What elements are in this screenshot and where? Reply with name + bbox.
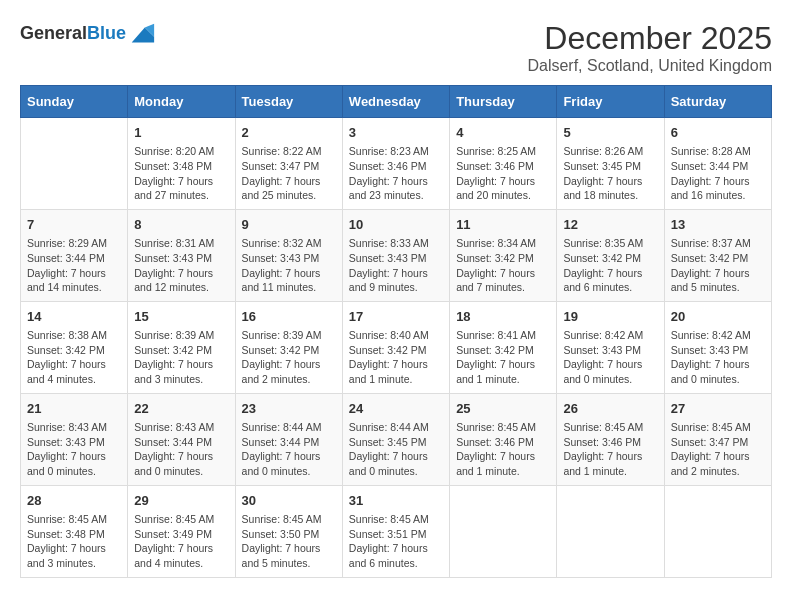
day-info: Sunrise: 8:45 AMSunset: 3:49 PMDaylight:… (134, 512, 228, 571)
day-number: 28 (27, 492, 121, 510)
day-info: Sunrise: 8:31 AMSunset: 3:43 PMDaylight:… (134, 236, 228, 295)
calendar-cell: 2Sunrise: 8:22 AMSunset: 3:47 PMDaylight… (235, 118, 342, 210)
day-info: Sunrise: 8:33 AMSunset: 3:43 PMDaylight:… (349, 236, 443, 295)
day-number: 15 (134, 308, 228, 326)
calendar-cell (664, 485, 771, 577)
day-info: Sunrise: 8:43 AMSunset: 3:44 PMDaylight:… (134, 420, 228, 479)
week-row-2: 7Sunrise: 8:29 AMSunset: 3:44 PMDaylight… (21, 209, 772, 301)
day-number: 31 (349, 492, 443, 510)
day-info: Sunrise: 8:42 AMSunset: 3:43 PMDaylight:… (671, 328, 765, 387)
header-day-tuesday: Tuesday (235, 86, 342, 118)
day-number: 7 (27, 216, 121, 234)
calendar-cell: 10Sunrise: 8:33 AMSunset: 3:43 PMDayligh… (342, 209, 449, 301)
day-info: Sunrise: 8:20 AMSunset: 3:48 PMDaylight:… (134, 144, 228, 203)
calendar-body: 1Sunrise: 8:20 AMSunset: 3:48 PMDaylight… (21, 118, 772, 578)
calendar-cell: 14Sunrise: 8:38 AMSunset: 3:42 PMDayligh… (21, 301, 128, 393)
calendar-cell: 30Sunrise: 8:45 AMSunset: 3:50 PMDayligh… (235, 485, 342, 577)
day-info: Sunrise: 8:32 AMSunset: 3:43 PMDaylight:… (242, 236, 336, 295)
calendar-cell: 20Sunrise: 8:42 AMSunset: 3:43 PMDayligh… (664, 301, 771, 393)
day-info: Sunrise: 8:26 AMSunset: 3:45 PMDaylight:… (563, 144, 657, 203)
calendar-cell: 26Sunrise: 8:45 AMSunset: 3:46 PMDayligh… (557, 393, 664, 485)
title-section: December 2025 Dalserf, Scotland, United … (527, 20, 772, 75)
calendar-cell: 9Sunrise: 8:32 AMSunset: 3:43 PMDaylight… (235, 209, 342, 301)
calendar-cell: 1Sunrise: 8:20 AMSunset: 3:48 PMDaylight… (128, 118, 235, 210)
day-info: Sunrise: 8:23 AMSunset: 3:46 PMDaylight:… (349, 144, 443, 203)
day-info: Sunrise: 8:35 AMSunset: 3:42 PMDaylight:… (563, 236, 657, 295)
logo: GeneralBlue (20, 20, 156, 48)
day-info: Sunrise: 8:42 AMSunset: 3:43 PMDaylight:… (563, 328, 657, 387)
calendar-cell: 28Sunrise: 8:45 AMSunset: 3:48 PMDayligh… (21, 485, 128, 577)
logo-blue-text: Blue (87, 23, 126, 43)
day-info: Sunrise: 8:44 AMSunset: 3:45 PMDaylight:… (349, 420, 443, 479)
calendar-cell: 12Sunrise: 8:35 AMSunset: 3:42 PMDayligh… (557, 209, 664, 301)
day-number: 11 (456, 216, 550, 234)
calendar-cell (21, 118, 128, 210)
day-info: Sunrise: 8:43 AMSunset: 3:43 PMDaylight:… (27, 420, 121, 479)
day-info: Sunrise: 8:45 AMSunset: 3:50 PMDaylight:… (242, 512, 336, 571)
calendar-cell: 23Sunrise: 8:44 AMSunset: 3:44 PMDayligh… (235, 393, 342, 485)
calendar-cell: 11Sunrise: 8:34 AMSunset: 3:42 PMDayligh… (450, 209, 557, 301)
header-row: SundayMondayTuesdayWednesdayThursdayFrid… (21, 86, 772, 118)
day-number: 12 (563, 216, 657, 234)
day-info: Sunrise: 8:28 AMSunset: 3:44 PMDaylight:… (671, 144, 765, 203)
calendar-cell: 29Sunrise: 8:45 AMSunset: 3:49 PMDayligh… (128, 485, 235, 577)
day-info: Sunrise: 8:40 AMSunset: 3:42 PMDaylight:… (349, 328, 443, 387)
calendar-cell: 6Sunrise: 8:28 AMSunset: 3:44 PMDaylight… (664, 118, 771, 210)
day-number: 18 (456, 308, 550, 326)
day-info: Sunrise: 8:45 AMSunset: 3:51 PMDaylight:… (349, 512, 443, 571)
week-row-5: 28Sunrise: 8:45 AMSunset: 3:48 PMDayligh… (21, 485, 772, 577)
day-info: Sunrise: 8:29 AMSunset: 3:44 PMDaylight:… (27, 236, 121, 295)
calendar-cell: 18Sunrise: 8:41 AMSunset: 3:42 PMDayligh… (450, 301, 557, 393)
day-info: Sunrise: 8:22 AMSunset: 3:47 PMDaylight:… (242, 144, 336, 203)
header-day-wednesday: Wednesday (342, 86, 449, 118)
header-day-saturday: Saturday (664, 86, 771, 118)
calendar-cell: 16Sunrise: 8:39 AMSunset: 3:42 PMDayligh… (235, 301, 342, 393)
day-info: Sunrise: 8:39 AMSunset: 3:42 PMDaylight:… (134, 328, 228, 387)
week-row-3: 14Sunrise: 8:38 AMSunset: 3:42 PMDayligh… (21, 301, 772, 393)
day-number: 10 (349, 216, 443, 234)
day-number: 17 (349, 308, 443, 326)
calendar-cell: 4Sunrise: 8:25 AMSunset: 3:46 PMDaylight… (450, 118, 557, 210)
calendar-cell: 21Sunrise: 8:43 AMSunset: 3:43 PMDayligh… (21, 393, 128, 485)
day-number: 8 (134, 216, 228, 234)
calendar-cell: 27Sunrise: 8:45 AMSunset: 3:47 PMDayligh… (664, 393, 771, 485)
day-info: Sunrise: 8:45 AMSunset: 3:48 PMDaylight:… (27, 512, 121, 571)
day-number: 26 (563, 400, 657, 418)
day-number: 29 (134, 492, 228, 510)
day-info: Sunrise: 8:25 AMSunset: 3:46 PMDaylight:… (456, 144, 550, 203)
day-number: 3 (349, 124, 443, 142)
calendar-cell: 24Sunrise: 8:44 AMSunset: 3:45 PMDayligh… (342, 393, 449, 485)
header-day-sunday: Sunday (21, 86, 128, 118)
day-number: 1 (134, 124, 228, 142)
calendar-cell (450, 485, 557, 577)
day-number: 30 (242, 492, 336, 510)
page-header: GeneralBlue December 2025 Dalserf, Scotl… (20, 20, 772, 75)
day-number: 2 (242, 124, 336, 142)
page-title: December 2025 (527, 20, 772, 57)
calendar-cell: 17Sunrise: 8:40 AMSunset: 3:42 PMDayligh… (342, 301, 449, 393)
day-info: Sunrise: 8:37 AMSunset: 3:42 PMDaylight:… (671, 236, 765, 295)
calendar-cell: 13Sunrise: 8:37 AMSunset: 3:42 PMDayligh… (664, 209, 771, 301)
day-info: Sunrise: 8:39 AMSunset: 3:42 PMDaylight:… (242, 328, 336, 387)
calendar-cell: 5Sunrise: 8:26 AMSunset: 3:45 PMDaylight… (557, 118, 664, 210)
day-number: 6 (671, 124, 765, 142)
calendar-cell (557, 485, 664, 577)
page-subtitle: Dalserf, Scotland, United Kingdom (527, 57, 772, 75)
calendar-cell: 19Sunrise: 8:42 AMSunset: 3:43 PMDayligh… (557, 301, 664, 393)
day-number: 9 (242, 216, 336, 234)
day-info: Sunrise: 8:34 AMSunset: 3:42 PMDaylight:… (456, 236, 550, 295)
calendar-cell: 3Sunrise: 8:23 AMSunset: 3:46 PMDaylight… (342, 118, 449, 210)
day-number: 16 (242, 308, 336, 326)
calendar-cell: 15Sunrise: 8:39 AMSunset: 3:42 PMDayligh… (128, 301, 235, 393)
calendar-cell: 7Sunrise: 8:29 AMSunset: 3:44 PMDaylight… (21, 209, 128, 301)
day-info: Sunrise: 8:44 AMSunset: 3:44 PMDaylight:… (242, 420, 336, 479)
day-number: 27 (671, 400, 765, 418)
day-number: 21 (27, 400, 121, 418)
calendar-cell: 31Sunrise: 8:45 AMSunset: 3:51 PMDayligh… (342, 485, 449, 577)
header-day-friday: Friday (557, 86, 664, 118)
day-number: 4 (456, 124, 550, 142)
day-info: Sunrise: 8:45 AMSunset: 3:46 PMDaylight:… (456, 420, 550, 479)
header-day-monday: Monday (128, 86, 235, 118)
day-info: Sunrise: 8:45 AMSunset: 3:47 PMDaylight:… (671, 420, 765, 479)
day-info: Sunrise: 8:41 AMSunset: 3:42 PMDaylight:… (456, 328, 550, 387)
